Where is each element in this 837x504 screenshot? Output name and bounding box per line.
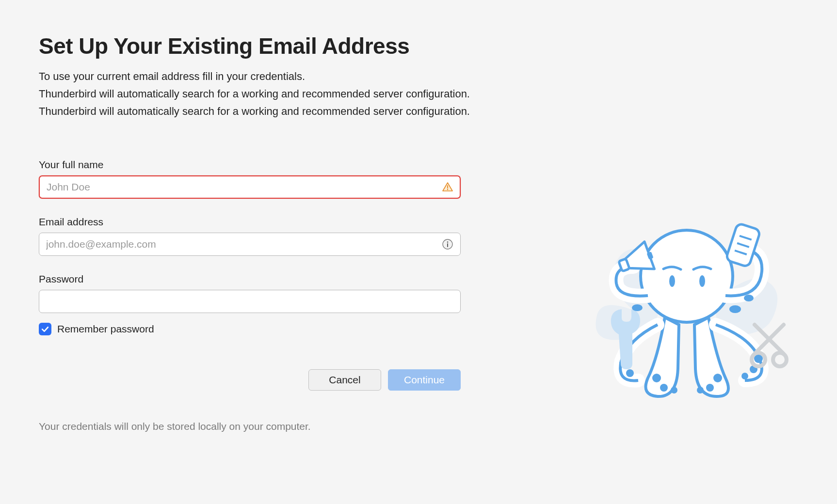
intro-line: Thunderbird will automatically search fo… <box>39 85 798 103</box>
octopus-illustration <box>575 213 798 407</box>
svg-point-16 <box>671 387 677 394</box>
svg-point-14 <box>652 374 661 382</box>
intro-line: To use your current email address fill i… <box>39 68 798 85</box>
remember-password-row: Remember password <box>39 323 461 335</box>
password-input[interactable] <box>39 290 461 313</box>
warning-icon <box>441 181 454 193</box>
svg-point-24 <box>741 373 748 379</box>
remember-password-label: Remember password <box>57 323 154 335</box>
full-name-input[interactable] <box>39 175 461 199</box>
credentials-form: Your full name Email address <box>39 159 461 335</box>
svg-point-21 <box>626 369 634 377</box>
button-row: Cancel Continue <box>39 369 461 391</box>
svg-point-27 <box>752 353 765 366</box>
svg-line-13 <box>735 251 747 254</box>
password-input-wrap <box>39 290 461 313</box>
full-name-field: Your full name <box>39 159 461 199</box>
svg-line-11 <box>740 236 752 240</box>
svg-point-15 <box>660 384 668 392</box>
svg-point-20 <box>619 359 628 368</box>
svg-point-7 <box>699 275 705 287</box>
svg-rect-8 <box>619 259 630 271</box>
intro-text: To use your current email address fill i… <box>39 68 798 120</box>
scissors-icon <box>752 325 787 366</box>
svg-point-30 <box>744 295 754 301</box>
continue-button[interactable]: Continue <box>388 369 461 391</box>
remember-password-checkbox[interactable] <box>39 323 51 335</box>
password-label: Password <box>39 273 461 285</box>
svg-point-1 <box>447 189 448 190</box>
svg-rect-4 <box>447 243 448 247</box>
password-field: Password <box>39 273 461 313</box>
svg-point-5 <box>641 230 733 322</box>
svg-rect-10 <box>725 223 760 268</box>
account-setup-page: Set Up Your Existing Email Address To us… <box>0 0 837 504</box>
svg-point-17 <box>713 374 722 382</box>
svg-point-19 <box>697 387 704 394</box>
page-title: Set Up Your Existing Email Address <box>39 33 798 59</box>
svg-line-25 <box>755 325 784 354</box>
full-name-label: Your full name <box>39 159 461 171</box>
footer-note: Your credentials will only be stored loc… <box>39 421 798 432</box>
full-name-input-wrap <box>39 175 461 199</box>
svg-point-29 <box>729 305 741 313</box>
svg-point-22 <box>754 354 763 363</box>
info-icon[interactable] <box>441 238 454 251</box>
svg-point-23 <box>750 365 757 373</box>
email-label: Email address <box>39 216 461 228</box>
svg-point-6 <box>669 275 675 287</box>
svg-point-31 <box>632 304 643 311</box>
cancel-button[interactable]: Cancel <box>308 369 381 391</box>
svg-point-3 <box>447 241 449 243</box>
email-input[interactable] <box>39 233 461 256</box>
svg-point-28 <box>773 353 787 366</box>
wrench-icon <box>611 309 640 369</box>
svg-rect-9 <box>646 252 653 260</box>
svg-line-26 <box>755 325 784 354</box>
svg-point-18 <box>706 384 714 392</box>
email-input-wrap <box>39 233 461 256</box>
svg-line-12 <box>737 243 749 247</box>
email-field: Email address <box>39 216 461 256</box>
intro-line: Thunderbird will automatically search fo… <box>39 103 798 120</box>
